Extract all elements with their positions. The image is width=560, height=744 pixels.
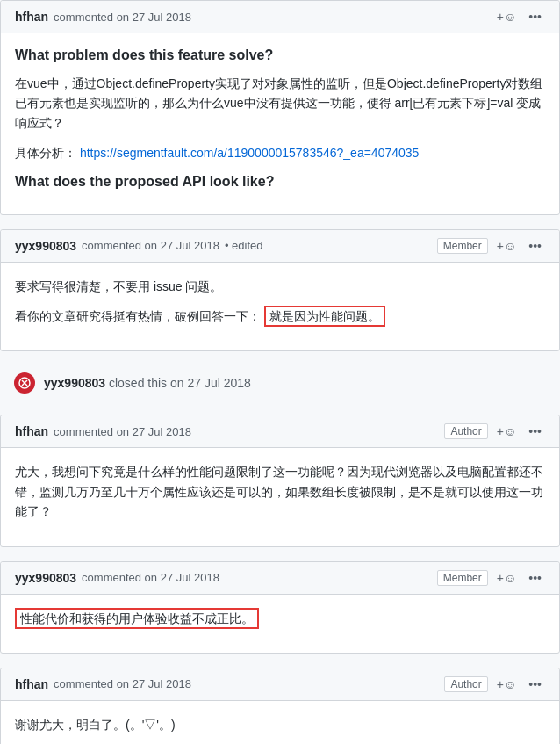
comment-2-edited: • edited (225, 239, 263, 252)
comment-5: hfhan commented on 27 Jul 2018 Author +☺… (0, 668, 560, 744)
comment-1-more-btn[interactable]: ••• (525, 8, 545, 25)
comment-5-emoji-btn[interactable]: +☺ (493, 675, 520, 693)
comment-4: yyx990803 commented on 27 Jul 2018 Membe… (0, 561, 560, 654)
comment-3-header-left: hfhan commented on 27 Jul 2018 (15, 424, 191, 438)
comment-3-meta: commented on 27 Jul 2018 (54, 425, 191, 438)
comment-4-body: 性能代价和获得的用户体验收益不成正比。 (1, 595, 559, 653)
comment-4-username[interactable]: yyx990803 (15, 571, 76, 585)
comment-2-emoji-btn[interactable]: +☺ (493, 237, 520, 255)
comment-1-heading1: What problem does this feature solve? (15, 47, 545, 63)
comment-3-header: hfhan commented on 27 Jul 2018 Author +☺… (1, 415, 559, 448)
comment-4-meta: commented on 27 Jul 2018 (82, 571, 219, 584)
comment-3-username[interactable]: hfhan (15, 424, 48, 438)
comment-2-meta: commented on 27 Jul 2018 (82, 239, 219, 252)
comment-1-heading2: What does the proposed API look like? (15, 174, 545, 190)
comment-2-header-left: yyx990803 commented on 27 Jul 2018 • edi… (15, 239, 263, 253)
comment-3-emoji-btn[interactable]: +☺ (493, 423, 520, 440)
comment-3-para1: 尤大，我想问下究竟是什么样的性能问题限制了这一功能呢？因为现代浏览器以及电脑配置… (15, 462, 545, 521)
comment-5-para1: 谢谢尤大，明白了。(。'▽'。) (15, 715, 545, 734)
comment-3-badge: Author (444, 423, 487, 439)
comment-5-header: hfhan commented on 27 Jul 2018 Author +☺… (1, 668, 559, 701)
comment-2-para2-prefix: 看你的文章研究得挺有热情，破例回答一下： (15, 309, 261, 323)
comment-1-header-left: hfhan commented on 27 Jul 2018 (15, 10, 191, 24)
comment-1-meta: commented on 27 Jul 2018 (54, 11, 191, 24)
comment-1: hfhan commented on 27 Jul 2018 +☺ ••• Wh… (0, 0, 560, 215)
comment-5-header-right: Author +☺ ••• (444, 675, 545, 693)
comment-3-header-right: Author +☺ ••• (444, 423, 545, 440)
comment-5-badge: Author (444, 676, 487, 692)
comment-4-header-right: Member +☺ ••• (437, 569, 545, 587)
comment-5-header-left: hfhan commented on 27 Jul 2018 (15, 677, 191, 691)
comment-5-username[interactable]: hfhan (15, 677, 48, 691)
comment-1-emoji-btn[interactable]: +☺ (493, 8, 520, 25)
close-event: yyx990803 closed this on 27 Jul 2018 (0, 365, 560, 401)
comment-1-para1: 在vue中，通过Object.defineProperty实现了对对象属性的监听… (15, 74, 545, 133)
comment-3: hfhan commented on 27 Jul 2018 Author +☺… (0, 415, 560, 546)
comment-2-username[interactable]: yyx990803 (15, 239, 76, 253)
comment-2-more-btn[interactable]: ••• (525, 237, 545, 255)
close-event-icon (14, 372, 35, 394)
comment-5-meta: commented on 27 Jul 2018 (54, 677, 191, 690)
close-event-action: closed this on 27 Jul 2018 (109, 376, 251, 390)
comment-2-para1: 要求写得很清楚，不要用 issue 问题。 (15, 277, 545, 296)
comment-5-more-btn[interactable]: ••• (525, 675, 545, 693)
comment-2-body: 要求写得很清楚，不要用 issue 问题。 看你的文章研究得挺有热情，破例回答一… (1, 263, 559, 351)
comment-2-highlight: 就是因为性能问题。 (264, 306, 385, 327)
comment-1-username[interactable]: hfhan (15, 10, 48, 24)
comment-4-more-btn[interactable]: ••• (525, 569, 545, 587)
comment-1-header: hfhan commented on 27 Jul 2018 +☺ ••• (1, 1, 559, 33)
comment-5-body: 谢谢尤大，明白了。(。'▽'。) (1, 701, 559, 744)
comment-3-more-btn[interactable]: ••• (525, 423, 545, 440)
comment-2-header: yyx990803 commented on 27 Jul 2018 • edi… (1, 230, 559, 263)
comment-2: yyx990803 commented on 27 Jul 2018 • edi… (0, 229, 560, 352)
comment-1-link[interactable]: https://segmentfault.com/a/1190000015783… (80, 146, 419, 160)
comment-3-body: 尤大，我想问下究竟是什么样的性能问题限制了这一功能呢？因为现代浏览器以及电脑配置… (1, 448, 559, 545)
comment-4-badge: Member (437, 570, 488, 586)
comment-4-highlight: 性能代价和获得的用户体验收益不成正比。 (15, 608, 259, 629)
comment-1-body: What problem does this feature solve? 在v… (1, 33, 559, 214)
comment-4-header-left: yyx990803 commented on 27 Jul 2018 (15, 571, 219, 585)
comment-2-header-right: Member +☺ ••• (437, 237, 545, 255)
comment-4-para1: 性能代价和获得的用户体验收益不成正比。 (15, 609, 545, 628)
comment-1-para2: 具体分析： https://segmentfault.com/a/1190000… (15, 143, 545, 163)
close-event-text: yyx990803 closed this on 27 Jul 2018 (44, 376, 251, 390)
comment-4-header: yyx990803 commented on 27 Jul 2018 Membe… (1, 562, 559, 595)
comment-1-para2-prefix: 具体分析： (15, 146, 76, 160)
comment-2-para2: 看你的文章研究得挺有热情，破例回答一下： 就是因为性能问题。 (15, 307, 545, 326)
comment-4-emoji-btn[interactable]: +☺ (493, 569, 520, 587)
comment-2-badge: Member (437, 238, 488, 254)
close-event-username[interactable]: yyx990803 (44, 376, 105, 390)
comment-1-header-right: +☺ ••• (493, 8, 545, 25)
